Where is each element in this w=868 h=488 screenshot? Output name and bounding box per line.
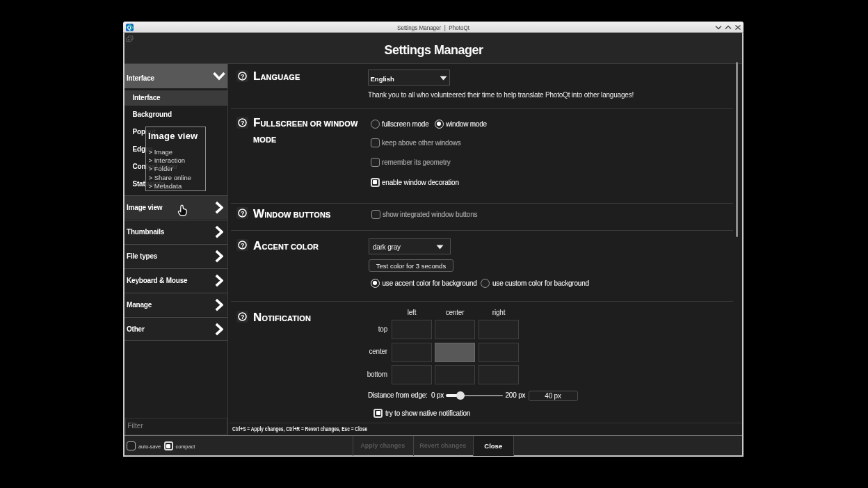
svg-text:?: ? <box>241 210 245 217</box>
svg-text:Q: Q <box>127 25 131 31</box>
svg-text:?: ? <box>241 73 245 80</box>
svg-text:?: ? <box>241 314 245 320</box>
svg-text:?: ? <box>241 120 245 127</box>
svg-text:?: ? <box>241 242 245 249</box>
